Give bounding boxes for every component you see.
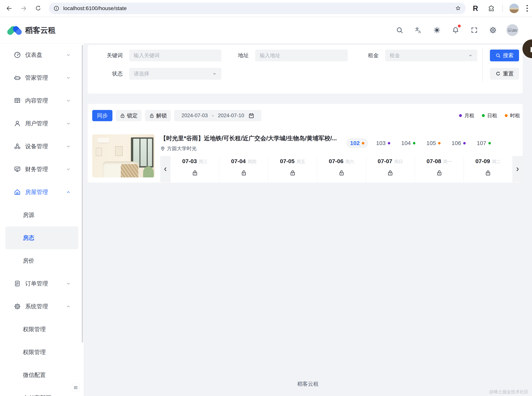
day-cell[interactable]: 07-03 周三 (171, 156, 219, 182)
room-tab[interactable]: 102 (347, 138, 368, 148)
browser-menu-icon[interactable] (526, 5, 528, 12)
room-number: 104 (401, 140, 411, 146)
chevron-down-icon (212, 71, 217, 76)
legend-label: 时租 (510, 112, 520, 119)
legend-item: 日租 (482, 112, 497, 119)
site-info-icon[interactable] (53, 5, 59, 12)
user-avatar[interactable]: av (506, 24, 518, 36)
status-select-placeholder: 请选择 (134, 70, 149, 77)
fullscreen-icon[interactable] (469, 25, 480, 35)
day-date: 07-03 (182, 158, 197, 164)
browser-profile-avatar[interactable] (509, 4, 519, 13)
carousel-next-button[interactable] (512, 156, 523, 182)
theme-sun-icon[interactable] (432, 25, 442, 35)
day-cell[interactable]: 07-09 周二 (464, 156, 512, 182)
sidebar-subitem[interactable]: 微信配置 (0, 364, 84, 386)
date-end: 2024-07-10 (218, 113, 244, 118)
search-icon[interactable] (394, 25, 405, 35)
app-header: 稻客云租 文A av (0, 17, 532, 43)
browser-actions: R (473, 4, 528, 13)
sidebar-item-content[interactable]: 内容管理 (0, 89, 84, 112)
url-text[interactable]: localhost:6100/house/state (63, 5, 455, 12)
rent-select[interactable]: 租金 (385, 50, 477, 61)
chevron-icon (66, 98, 71, 103)
room-tab[interactable]: 106 (451, 140, 466, 146)
sidebar-item-finance[interactable]: 财务管理 (0, 158, 84, 181)
address-input[interactable] (260, 52, 343, 58)
keyword-input[interactable] (134, 52, 217, 58)
date-range-picker[interactable]: 2024-07-03 - 2024-07-10 (174, 110, 261, 121)
day-cell[interactable]: 07-06 周六 (317, 156, 366, 182)
search-button[interactable]: 搜索 (490, 50, 519, 61)
rent-select-placeholder: 租金 (390, 52, 400, 59)
legend-dot (459, 114, 462, 117)
browser-back-icon[interactable] (4, 3, 14, 13)
sidebar-subitem-label: 微信配置 (23, 371, 46, 379)
toolbar-divider (503, 5, 503, 12)
lock-button[interactable]: 锁定 (116, 110, 142, 121)
chevron-icon (66, 52, 71, 58)
sidebar-item-house[interactable]: 房屋管理 (0, 181, 84, 204)
sidebar-scrollbar[interactable] (82, 45, 83, 343)
sidebar-item-order[interactable]: 订单管理 (0, 272, 84, 295)
house-state-card: 同步 锁定 解锁 2024-07-03 - 2024-07-10 月租 (88, 104, 523, 183)
date-start: 2024-07-03 (181, 113, 208, 118)
sidebar-item-icon (14, 188, 21, 196)
chevron-icon (66, 304, 71, 309)
room-tab[interactable]: 104 (401, 140, 415, 146)
sidebar-item-label: 设备管理 (25, 143, 48, 150)
room-tab[interactable]: 103 (376, 140, 390, 146)
watermark: @稀土掘金技术社区 (489, 389, 529, 395)
reset-button[interactable]: 重置 (490, 68, 519, 80)
sidebar-item-icon (14, 280, 21, 287)
bookmark-star-icon[interactable] (455, 5, 461, 12)
sidebar-item-dashboard[interactable]: 仪表盘 (0, 43, 84, 66)
sidebar-item-label: 系统管理 (25, 303, 48, 310)
day-date: 07-09 (475, 158, 490, 164)
day-cell[interactable]: 07-05 周五 (268, 156, 317, 182)
sidebar-item-icon (14, 166, 21, 173)
rent-type-legend: 月租 日租 时租 (459, 112, 520, 119)
day-cell[interactable]: 07-07 周日 (366, 156, 415, 182)
translate-icon[interactable]: 文A (413, 25, 423, 35)
carousel-prev-button[interactable] (160, 156, 171, 182)
address-bar[interactable]: localhost:6100/house/state (49, 3, 466, 14)
sidebar-subitem[interactable]: 房态 (5, 226, 78, 249)
notification-bell-icon[interactable] (451, 25, 461, 35)
browser-reload-icon[interactable] (33, 3, 43, 13)
sidebar-item-device[interactable]: 设备管理 (0, 135, 84, 158)
sync-button[interactable]: 同步 (92, 110, 112, 121)
sidebar-item-butler[interactable]: 管家管理 (0, 66, 84, 89)
day-cell[interactable]: 07-08 周一 (415, 156, 463, 182)
sidebar-item-user[interactable]: 用户管理 (0, 112, 84, 135)
app-title: 稻客云租 (25, 25, 56, 35)
r-extension-icon[interactable]: R (473, 5, 478, 12)
browser-forward-icon[interactable] (19, 3, 29, 13)
sidebar-subitem[interactable]: 支付宝配置 (0, 386, 84, 396)
day-cell[interactable]: 07-04 周四 (219, 156, 268, 182)
room-type-dot (438, 142, 440, 145)
day-date: 07-04 (231, 158, 246, 164)
sidebar-item-system[interactable]: 系统管理 (0, 295, 84, 318)
sidebar-subitem[interactable]: 权限管理 (0, 341, 84, 364)
sidebar-subitem[interactable]: 房价 (0, 249, 84, 272)
unlock-icon (339, 170, 344, 176)
sidebar-subitem[interactable]: 权限管理 (0, 318, 84, 341)
unlock-button[interactable]: 解锁 (145, 110, 171, 121)
sidebar-subitem[interactable]: 房源 (0, 204, 84, 226)
svg-text:A: A (418, 30, 421, 34)
property-photo[interactable] (92, 134, 155, 177)
room-type-dot (488, 142, 491, 145)
room-tab[interactable]: 105 (426, 140, 440, 146)
room-tab[interactable]: 107 (477, 140, 491, 146)
sidebar-collapse-button[interactable] (72, 384, 80, 391)
sidebar-item-label: 用户管理 (25, 120, 48, 128)
sidebar-item-icon (14, 303, 21, 310)
app-logo-icon (8, 24, 21, 36)
extensions-icon[interactable] (488, 5, 495, 12)
filter-actions: 搜索 重置 (490, 50, 519, 80)
settings-gear-icon[interactable] (488, 25, 498, 35)
status-select[interactable]: 请选择 (129, 68, 221, 80)
sidebar-item-label: 仪表盘 (25, 51, 42, 59)
date-separator: - (212, 113, 214, 118)
